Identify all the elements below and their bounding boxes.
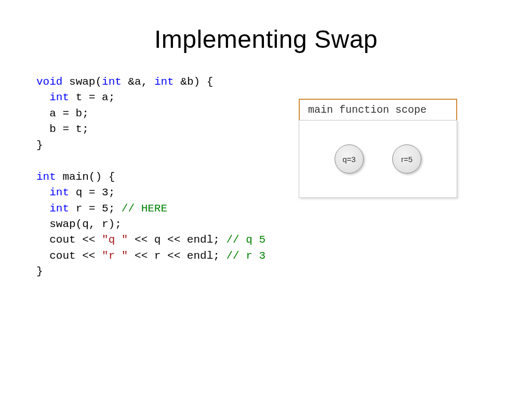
kw-int: int	[102, 76, 122, 88]
code-text: &b) {	[174, 76, 214, 88]
code-text: << r << endl;	[128, 250, 226, 262]
scope-body: q=3 r=5	[299, 120, 457, 198]
kw-int: int	[36, 171, 56, 183]
kw-int: int	[49, 187, 69, 198]
code-text: swap(q, r);	[36, 218, 122, 230]
code-text: r = 5;	[69, 203, 122, 215]
code-text: cout <<	[36, 250, 102, 262]
kw-int: int	[49, 91, 69, 103]
code-text: }	[36, 139, 43, 151]
scope-header: main function scope	[299, 99, 457, 121]
comment: // r 3	[226, 250, 265, 262]
slide-title: Implementing Swap	[0, 25, 532, 54]
kw-void: void	[36, 76, 62, 88]
code-text: b = t;	[36, 123, 89, 135]
variable-r: r=5	[392, 144, 421, 174]
scope-diagram: main function scope q=3 r=5	[299, 99, 457, 198]
code-text: cout <<	[36, 234, 102, 246]
code-text: &a,	[122, 76, 154, 88]
code-text: }	[36, 265, 43, 277]
string-literal: "r "	[102, 250, 128, 262]
kw-int: int	[49, 203, 69, 215]
code-text: q = 3;	[69, 187, 115, 198]
code-text: t = a;	[69, 91, 115, 103]
kw-int: int	[154, 76, 174, 88]
code-text: main() {	[56, 171, 115, 183]
comment: // HERE	[122, 203, 167, 215]
code-text: << q << endl;	[128, 234, 226, 246]
code-block: void swap(int &a, int &b) { int t = a; a…	[36, 74, 265, 280]
comment: // q 5	[226, 234, 265, 246]
variable-q: q=3	[335, 144, 364, 174]
string-literal: "q "	[102, 234, 128, 246]
code-text: a = b;	[36, 108, 89, 119]
code-text: swap(	[62, 76, 102, 88]
